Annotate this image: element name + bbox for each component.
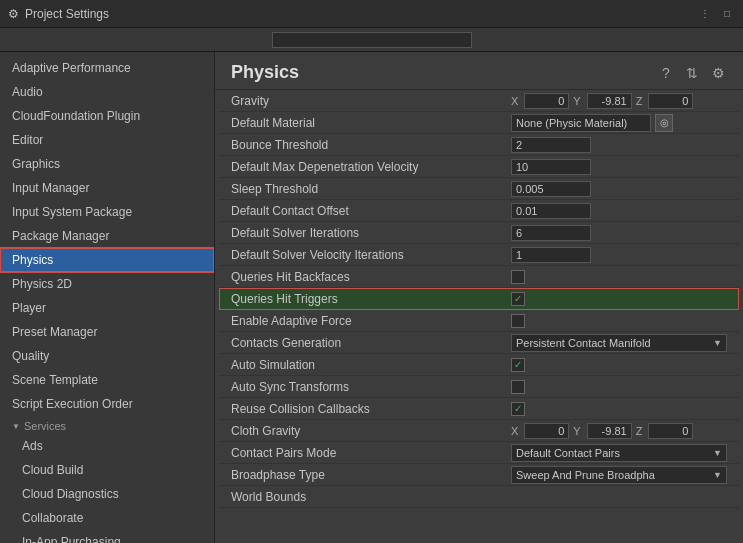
setting-row-cloth-gravity: Cloth Gravity X Y Z [219,420,739,442]
sidebar-item-cloud-build[interactable]: Cloud Build [0,458,214,482]
sidebar-item-graphics[interactable]: Graphics [0,152,214,176]
gravity-z-input[interactable] [648,93,693,109]
contact-offset-input[interactable] [511,203,591,219]
setting-label-reuse-collision: Reuse Collision Callbacks [231,402,511,416]
sidebar-item-physics[interactable]: Physics [0,248,214,272]
sidebar-item-cloud-diagnostics[interactable]: Cloud Diagnostics [0,482,214,506]
header-icons: ? ⇅ ⚙ [657,64,727,82]
sidebar-section-services: ▼ Services [0,416,214,434]
sidebar-item-collaborate[interactable]: Collaborate [0,506,214,530]
setting-row-contact-pairs-mode: Contact Pairs Mode Default Contact Pairs… [219,442,739,464]
xyz-group-cloth: X Y Z [511,423,727,439]
setting-row-queries-backfaces: Queries Hit Backfaces [219,266,739,288]
setting-value-auto-simulation [511,358,727,372]
sidebar-item-player[interactable]: Player [0,296,214,320]
setting-label-cloth-gravity: Cloth Gravity [231,424,511,438]
auto-simulation-checkbox[interactable] [511,358,525,372]
setting-row-queries-triggers: Queries Hit Triggers [219,288,739,310]
reuse-collision-checkbox[interactable] [511,402,525,416]
max-depenetration-input[interactable] [511,159,591,175]
setting-row-solver-velocity: Default Solver Velocity Iterations [219,244,739,266]
settings-icon[interactable]: ⚙ [709,64,727,82]
contacts-generation-arrow: ▼ [713,338,722,348]
sidebar-item-ads[interactable]: Ads [0,434,214,458]
setting-label-solver-velocity: Default Solver Velocity Iterations [231,248,511,262]
cloth-x-input[interactable] [524,423,569,439]
setting-value-bounce-threshold [511,137,727,153]
sidebar-item-quality[interactable]: Quality [0,344,214,368]
content-area: Physics ? ⇅ ⚙ Gravity X Y Z [215,52,743,543]
setting-row-broadphase-type: Broadphase Type Sweep And Prune Broadpha… [219,464,739,486]
help-icon[interactable]: ? [657,64,675,82]
xyz-group-gravity: X Y Z [511,93,727,109]
gravity-x-input[interactable] [524,93,569,109]
setting-label-bounce-threshold: Bounce Threshold [231,138,511,152]
setting-row-adaptive-force: Enable Adaptive Force [219,310,739,332]
contacts-generation-dropdown[interactable]: Persistent Contact Manifold ▼ [511,334,727,352]
contacts-generation-value: Persistent Contact Manifold [516,337,651,349]
gravity-y-input[interactable] [587,93,632,109]
default-material-object-btn[interactable]: ◎ [655,114,673,132]
contact-pairs-mode-dropdown[interactable]: Default Contact Pairs ▼ [511,444,727,462]
bounce-threshold-input[interactable] [511,137,591,153]
adaptive-force-checkbox[interactable] [511,314,525,328]
broadphase-type-value: Sweep And Prune Broadpha [516,469,655,481]
setting-value-auto-sync [511,380,727,394]
sidebar-item-package-manager[interactable]: Package Manager [0,224,214,248]
cloth-z-label: Z [636,425,643,437]
layout-icon[interactable]: ⇅ [683,64,701,82]
title-bar-maximize-btn[interactable]: □ [719,6,735,22]
sidebar-item-physics-2d[interactable]: Physics 2D [0,272,214,296]
sidebar-item-preset-manager[interactable]: Preset Manager [0,320,214,344]
setting-value-adaptive-force [511,314,727,328]
setting-label-auto-simulation: Auto Simulation [231,358,511,372]
title-bar-controls: ⋮ □ [697,6,735,22]
setting-value-broadphase-type: Sweep And Prune Broadpha ▼ [511,466,727,484]
auto-sync-checkbox[interactable] [511,380,525,394]
settings-table: Gravity X Y Z Default Material [215,90,743,508]
sidebar-item-input-manager[interactable]: Input Manager [0,176,214,200]
main-layout: Adaptive Performance Audio CloudFoundati… [0,52,743,543]
setting-row-contacts-generation: Contacts Generation Persistent Contact M… [219,332,739,354]
cloth-y-input[interactable] [587,423,632,439]
solver-velocity-input[interactable] [511,247,591,263]
sidebar-item-cloud-foundation[interactable]: CloudFoundation Plugin [0,104,214,128]
setting-label-auto-sync: Auto Sync Transforms [231,380,511,394]
sleep-threshold-input[interactable] [511,181,591,197]
search-input[interactable] [272,32,472,48]
sidebar-item-audio[interactable]: Audio [0,80,214,104]
contact-pairs-mode-arrow: ▼ [713,448,722,458]
queries-backfaces-checkbox[interactable] [511,270,525,284]
title-bar-menu-btn[interactable]: ⋮ [697,6,713,22]
sidebar-item-editor[interactable]: Editor [0,128,214,152]
setting-value-sleep-threshold [511,181,727,197]
services-label: Services [24,420,66,432]
setting-label-default-material: Default Material [231,116,511,130]
sidebar-item-script-execution[interactable]: Script Execution Order [0,392,214,416]
setting-row-reuse-collision: Reuse Collision Callbacks [219,398,739,420]
setting-label-world-bounds: World Bounds [231,490,511,504]
sidebar-item-input-system[interactable]: Input System Package [0,200,214,224]
cloth-z-input[interactable] [648,423,693,439]
setting-value-queries-triggers [511,292,727,306]
services-triangle-icon: ▼ [12,422,20,431]
queries-triggers-checkbox[interactable] [511,292,525,306]
setting-label-adaptive-force: Enable Adaptive Force [231,314,511,328]
setting-row-bounce-threshold: Bounce Threshold [219,134,739,156]
broadphase-type-dropdown[interactable]: Sweep And Prune Broadpha ▼ [511,466,727,484]
setting-row-solver-iterations: Default Solver Iterations [219,222,739,244]
setting-value-queries-backfaces [511,270,727,284]
solver-iterations-input[interactable] [511,225,591,241]
setting-value-reuse-collision [511,402,727,416]
setting-label-solver-iterations: Default Solver Iterations [231,226,511,240]
setting-row-max-depenetration: Default Max Depenetration Velocity [219,156,739,178]
sidebar-item-in-app-purchasing[interactable]: In-App Purchasing [0,530,214,543]
cloth-y-label: Y [573,425,580,437]
default-material-value: None (Physic Material) [516,117,627,129]
default-material-dropdown[interactable]: None (Physic Material) [511,114,651,132]
search-bar [0,28,743,52]
gravity-y-label: Y [573,95,580,107]
setting-label-broadphase-type: Broadphase Type [231,468,511,482]
sidebar-item-adaptive-performance[interactable]: Adaptive Performance [0,56,214,80]
sidebar-item-scene-template[interactable]: Scene Template [0,368,214,392]
